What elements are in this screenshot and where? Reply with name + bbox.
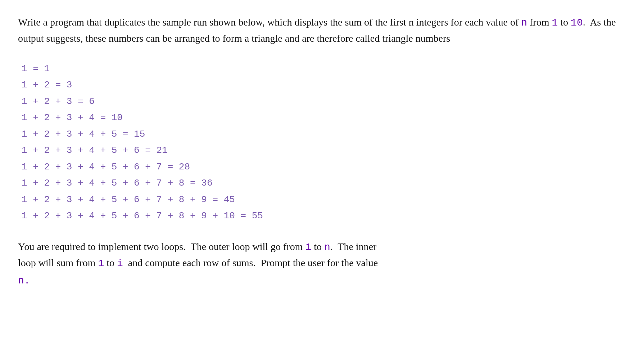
ten-inline-intro: 10 [571,17,583,28]
triangle-line-7: 1 + 2 + 3 + 4 + 5 + 6 + 7 = 28 [22,159,616,176]
triangle-line-3: 1 + 2 + 3 = 6 [22,94,616,110]
i-inline-closing: i [117,258,123,269]
n-inline-closing1: n [324,242,330,253]
triangle-line-1: 1 = 1 [22,61,616,77]
n-standalone: n. [18,273,616,288]
triangle-line-2: 1 + 2 = 3 [22,77,616,94]
triangle-line-6: 1 + 2 + 3 + 4 + 5 + 6 = 21 [22,142,616,159]
triangle-output: 1 = 1 1 + 2 = 3 1 + 2 + 3 = 6 1 + 2 + 3 … [18,61,616,224]
closing-paragraph: You are required to implement two loops.… [18,239,616,288]
triangle-line-9: 1 + 2 + 3 + 4 + 5 + 6 + 7 + 8 + 9 = 45 [22,192,616,208]
n-inline-intro: n [521,17,527,28]
one-inline-closing: 1 [305,242,311,253]
triangle-line-8: 1 + 2 + 3 + 4 + 5 + 6 + 7 + 8 = 36 [22,175,616,192]
intro-paragraph: Write a program that duplicates the samp… [18,14,616,46]
one-inline-intro: 1 [552,17,558,28]
triangle-line-10: 1 + 2 + 3 + 4 + 5 + 6 + 7 + 8 + 9 + 10 =… [22,208,616,224]
triangle-line-4: 1 + 2 + 3 + 4 = 10 [22,110,616,126]
triangle-line-5: 1 + 2 + 3 + 4 + 5 = 15 [22,126,616,143]
one-inline-closing2: 1 [98,258,104,269]
